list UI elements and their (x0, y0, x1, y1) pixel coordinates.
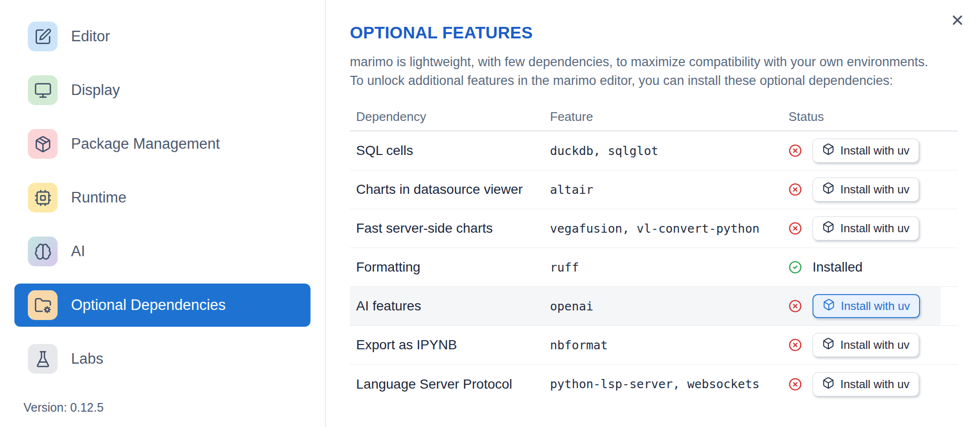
sidebar-item-label: AI (71, 243, 85, 260)
sidebar-nav: Editor Display Package Management Runtim… (0, 0, 325, 380)
sidebar-item-runtime[interactable]: Runtime (14, 176, 311, 219)
install-with-uv-button[interactable]: Install with uv (813, 216, 919, 240)
dependency-cell: Fast server-side charts (350, 221, 550, 236)
table-row-charts-in-datasource-viewer: Charts in datasource viewer altair Insta… (350, 170, 958, 209)
sidebar-item-label: Display (71, 82, 120, 99)
description-line: marimo is lightweight, with few dependen… (350, 53, 980, 71)
install-with-uv-button[interactable]: Install with uv (813, 372, 919, 396)
sidebar-item-label: Runtime (71, 189, 126, 206)
dependency-cell: Language Server Protocol (350, 377, 550, 392)
sidebar-item-package-management[interactable]: Package Management (14, 122, 311, 166)
sidebar-item-display[interactable]: Display (14, 69, 311, 112)
sidebar-item-label: Editor (71, 28, 110, 45)
circle-x-icon (789, 338, 802, 352)
circle-x-icon (789, 222, 802, 235)
dependency-cell: AI features (350, 298, 550, 314)
version-label: Version: 0.12.5 (24, 401, 104, 415)
feature-cell: ruff (550, 261, 789, 274)
package-box-icon (822, 143, 835, 158)
table-row-formatting: Formatting ruff Installed (350, 248, 958, 287)
column-header-feature: Feature (550, 109, 789, 124)
sidebar-item-labs[interactable]: Labs (14, 337, 311, 380)
table-row-language-server-protocol: Language Server Protocol python-lsp-serv… (350, 365, 958, 403)
cpu-icon (28, 183, 58, 213)
install-button-label: Install with uv (840, 338, 909, 352)
install-button-label: Install with uv (840, 183, 909, 196)
install-with-uv-button[interactable]: Install with uv (813, 294, 920, 318)
table-body: SQL cells duckdb, sqlglot Install with u… (350, 131, 958, 403)
table-row-export-as-ipynb: Export as IPYNB nbformat Install with uv (350, 326, 958, 365)
feature-cell: openai (550, 299, 789, 313)
install-with-uv-button[interactable]: Install with uv (813, 333, 919, 357)
circle-x-icon (789, 183, 802, 196)
feature-cell: vegafusion, vl-convert-python (550, 222, 789, 236)
dependency-cell: Charts in datasource viewer (350, 182, 550, 197)
install-button-label: Install with uv (840, 378, 909, 391)
column-header-status: Status (789, 109, 958, 124)
sidebar-item-label: Labs (71, 350, 103, 368)
status-cell: Install with uv (789, 372, 958, 396)
optional-features-panel: OPTIONAL FEATURES marimo is lightweight,… (326, 0, 980, 427)
installed-status-label: Installed (813, 260, 862, 275)
feature-cell: python-lsp-server, websockets (550, 377, 789, 391)
package-box-icon (822, 377, 835, 392)
brain-icon (28, 237, 58, 266)
circle-x-icon (789, 144, 802, 157)
table-row-sql-cells: SQL cells duckdb, sqlglot Install with u… (350, 131, 958, 170)
dependency-cell: Formatting (350, 260, 550, 275)
status-cell: Install with uv (789, 178, 958, 202)
package-box-icon (822, 221, 835, 236)
square-pen-icon (28, 22, 58, 51)
table-row-fast-server-side-charts: Fast server-side charts vegafusion, vl-c… (350, 209, 958, 248)
status-cell: Installed (789, 260, 958, 275)
package-box-icon (823, 298, 835, 314)
table-header-row: Dependency Feature Status (350, 103, 958, 131)
table-row-ai-features: AI features openai Install with uv (350, 287, 958, 326)
install-button-label: Install with uv (841, 299, 910, 313)
dependency-cell: SQL cells (350, 143, 550, 158)
feature-cell: duckdb, sqlglot (550, 144, 789, 158)
package-icon (28, 129, 58, 159)
panel-description: marimo is lightweight, with few dependen… (350, 53, 980, 90)
close-button[interactable] (948, 12, 967, 30)
circle-x-icon (789, 378, 802, 391)
sidebar-item-label: Optional Dependencies (71, 297, 226, 314)
status-cell: Install with uv (789, 139, 958, 163)
folder-cog-icon (28, 290, 58, 320)
sidebar-item-optional-dependencies[interactable]: Optional Dependencies (14, 284, 311, 327)
status-cell: Install with uv (789, 333, 958, 357)
flask-icon (28, 344, 58, 374)
package-box-icon (822, 337, 835, 353)
settings-sidebar: Editor Display Package Management Runtim… (0, 0, 326, 427)
column-header-dependency: Dependency (350, 109, 550, 124)
package-box-icon (822, 182, 835, 197)
install-with-uv-button[interactable]: Install with uv (813, 178, 919, 202)
feature-cell: nbformat (550, 338, 789, 352)
monitor-icon (28, 75, 58, 105)
status-cell: Install with uv (789, 216, 958, 240)
close-icon (950, 12, 965, 29)
status-cell: Install with uv (789, 294, 958, 318)
description-line: To unlock additional features in the mar… (350, 71, 980, 90)
install-button-label: Install with uv (840, 222, 909, 235)
install-with-uv-button[interactable]: Install with uv (813, 139, 919, 163)
dependency-cell: Export as IPYNB (350, 337, 550, 353)
feature-cell: altair (550, 183, 789, 197)
sidebar-item-editor[interactable]: Editor (14, 15, 311, 58)
dependencies-table: Dependency Feature Status SQL cells duck… (350, 103, 958, 403)
sidebar-item-label: Package Management (71, 135, 220, 153)
sidebar-item-ai[interactable]: AI (14, 230, 311, 273)
circle-check-icon (789, 261, 802, 274)
circle-x-icon (789, 299, 802, 313)
install-button-label: Install with uv (840, 144, 909, 157)
page-title: OPTIONAL FEATURES (350, 23, 980, 42)
